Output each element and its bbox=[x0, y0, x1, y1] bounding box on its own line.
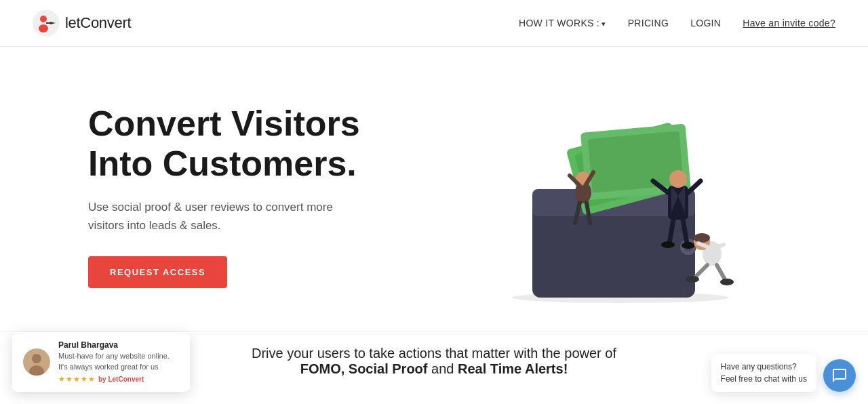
notif-name: Parul Bhargava bbox=[58, 340, 179, 350]
hero-content: Convert Visitors Into Customers. Use soc… bbox=[88, 104, 427, 289]
hero-section: Convert Visitors Into Customers. Use soc… bbox=[0, 47, 868, 331]
svg-point-38 bbox=[720, 279, 734, 285]
notif-brand: by LetConvert bbox=[98, 376, 144, 383]
nav-pricing[interactable]: PRICING bbox=[628, 18, 669, 28]
chat-bubble: Have any questions? Feel free to chat wi… bbox=[711, 354, 816, 392]
notif-content: Parul Bhargava Must-have for any website… bbox=[58, 340, 179, 384]
banner-prefix: Drive your users to take actions that ma… bbox=[252, 346, 616, 361]
navbar: letConvert HOW IT WORKS : PRICING LOGIN … bbox=[0, 0, 868, 47]
request-access-button[interactable]: REQUEST ACCESS bbox=[88, 256, 227, 288]
nav-login[interactable]: LOGIN bbox=[690, 18, 721, 28]
chat-icon bbox=[831, 367, 848, 384]
chat-line2: Feel free to chat with us bbox=[721, 373, 807, 385]
banner-highlight1: FOMO, Social Proof bbox=[300, 361, 428, 376]
svg-point-32 bbox=[694, 233, 710, 243]
hero-illustration bbox=[427, 67, 814, 325]
notif-avatar bbox=[23, 348, 50, 376]
nav-invite-code[interactable]: Have an invite code? bbox=[743, 18, 835, 28]
notif-footer: ★★★★★ by LetConvert bbox=[58, 375, 179, 384]
svg-point-40 bbox=[32, 354, 41, 363]
logo[interactable]: letConvert bbox=[33, 9, 131, 37]
nav-how-it-works[interactable]: HOW IT WORKS : bbox=[519, 18, 606, 28]
svg-point-28 bbox=[661, 241, 675, 248]
notif-stars: ★★★★★ bbox=[58, 375, 96, 384]
hero-subtitle: Use social proof & user reviews to conve… bbox=[88, 198, 359, 235]
svg-rect-20 bbox=[668, 186, 688, 220]
svg-point-21 bbox=[669, 170, 687, 188]
notification-popup: Parul Bhargava Must-have for any website… bbox=[12, 332, 190, 392]
chat-line1: Have any questions? bbox=[721, 361, 807, 373]
svg-line-36 bbox=[717, 265, 726, 281]
logo-text: letConvert bbox=[65, 14, 131, 32]
svg-line-35 bbox=[695, 265, 707, 277]
nav-links: HOW IT WORKS : PRICING LOGIN Have an inv… bbox=[519, 18, 835, 28]
svg-point-2 bbox=[39, 24, 48, 33]
logo-icon bbox=[33, 9, 60, 37]
svg-point-1 bbox=[40, 16, 47, 22]
svg-point-29 bbox=[682, 242, 695, 249]
hero-title: Convert Visitors Into Customers. bbox=[88, 104, 427, 185]
banner-highlight2: Real Time Alerts! bbox=[458, 361, 568, 376]
hero-svg bbox=[478, 81, 763, 311]
chat-button[interactable] bbox=[823, 359, 856, 392]
svg-rect-4 bbox=[46, 22, 50, 24]
svg-rect-13 bbox=[588, 131, 684, 193]
notif-text: Must-have for any website online. It's a… bbox=[58, 351, 179, 372]
svg-point-37 bbox=[686, 276, 699, 283]
chat-widget: Have any questions? Feel free to chat wi… bbox=[711, 354, 856, 392]
